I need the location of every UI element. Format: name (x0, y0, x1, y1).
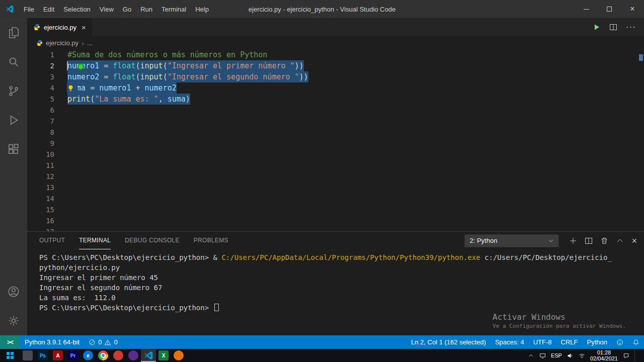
eol-status[interactable]: CRLF (556, 335, 583, 349)
code-line-5[interactable]: 5print("La suma es: ", suma) (27, 94, 644, 105)
panel-tabs: OUTPUTTERMINALDEBUG CONSOLEPROBLEMS (39, 232, 243, 249)
taskbar-app-photoshop[interactable]: Ps (35, 349, 50, 362)
line-number: 6 (27, 105, 60, 116)
breadcrumb-file[interactable]: ejercicio.py (46, 39, 78, 47)
maximize-panel-icon[interactable] (616, 237, 624, 245)
menu-selection[interactable]: Selection (59, 0, 95, 18)
code-line-4[interactable]: 4suma = numero1 + numero2 (27, 82, 644, 94)
code-line-content (60, 171, 67, 182)
breadcrumb-more[interactable]: ... (87, 39, 93, 47)
panel-tab-debug-console[interactable]: DEBUG CONSOLE (125, 232, 180, 249)
more-actions-icon[interactable]: ··· (626, 25, 636, 30)
taskbar-app-app-purple[interactable] (126, 349, 141, 362)
breadcrumb[interactable]: ejercicio.py › ... (27, 36, 644, 49)
taskbar-app-chrome[interactable] (96, 349, 111, 362)
settings-gear-icon[interactable] (0, 306, 27, 335)
maximize-button[interactable] (598, 0, 621, 18)
menu-help[interactable]: Help (191, 0, 213, 18)
code-line-17[interactable]: 17 (27, 226, 644, 231)
lightbulb-icon[interactable] (67, 83, 77, 93)
extensions-icon[interactable] (0, 135, 27, 164)
taskbar-app-browser-red[interactable] (111, 349, 126, 362)
tray-display-icon[interactable] (539, 352, 546, 359)
remote-indicator[interactable]: >< (0, 335, 20, 349)
app-purple-icon (128, 350, 138, 360)
line-number: 17 (27, 226, 60, 231)
minimize-button[interactable] (575, 0, 598, 18)
close-button[interactable]: × (621, 0, 644, 18)
taskbar-app-vscode[interactable] (141, 349, 156, 362)
taskbar-app-browser-orange[interactable] (171, 349, 186, 362)
watermark-subtitle: Ve a Configuración para activar Windows. (493, 323, 626, 329)
kill-terminal-trash-icon[interactable] (600, 237, 608, 245)
windows-logo-icon (7, 352, 14, 359)
code-line-12[interactable]: 12 (27, 171, 644, 182)
menu-bar: FileEditSelectionViewGoRunTerminalHelp (19, 0, 213, 18)
line-number: 15 (27, 204, 60, 215)
chevron-down-icon (548, 238, 554, 244)
action-center-icon[interactable] (623, 352, 629, 359)
code-line-8[interactable]: 8 (27, 127, 644, 138)
menu-run[interactable]: Run (136, 0, 157, 18)
notifications-bell-button[interactable] (628, 335, 644, 349)
terminal-selector-dropdown[interactable]: 2: Python (464, 234, 559, 247)
taskbar-app-premiere[interactable]: Pr (65, 349, 80, 362)
source-control-icon[interactable] (0, 76, 27, 106)
taskbar-app-app-gray[interactable] (20, 349, 35, 362)
indentation-status[interactable]: Spaces: 4 (491, 335, 529, 349)
text-cursor (67, 61, 68, 70)
new-terminal-icon[interactable] (569, 237, 577, 245)
code-line-3[interactable]: 3numero2 = float(input("Ingresar el segu… (27, 71, 644, 82)
code-line-2[interactable]: 2numero1 = float(input("Ingresar el prim… (27, 60, 644, 71)
code-line-11[interactable]: 11 (27, 160, 644, 171)
tray-volume-icon[interactable] (567, 352, 574, 359)
terminal[interactable]: PS C:\Users\PC\Desktop\ejercicio_python>… (27, 249, 644, 335)
encoding-status[interactable]: UTF-8 (529, 335, 556, 349)
taskbar-app-excel[interactable]: X (156, 349, 171, 362)
start-button[interactable] (0, 349, 20, 362)
tray-network-icon[interactable] (579, 352, 585, 359)
problems-status[interactable]: 0 0 (84, 335, 122, 349)
edge-icon: e (83, 350, 93, 360)
tab-ejercicio-py[interactable]: ejercicio.py × (27, 18, 92, 36)
panel-tab-problems[interactable]: PROBLEMS (194, 232, 228, 249)
warning-count: 0 (114, 338, 117, 346)
line-number: 8 (27, 127, 60, 138)
tab-label: ejercicio.py (44, 24, 76, 31)
menu-terminal[interactable]: Terminal (157, 0, 191, 18)
code-editor[interactable]: 1#Suma de dos números o más números en P… (27, 49, 644, 231)
run-debug-icon[interactable] (0, 106, 27, 135)
code-line-1[interactable]: 1#Suma de dos números o más números en P… (27, 49, 644, 60)
code-line-16[interactable]: 16 (27, 215, 644, 226)
search-icon[interactable] (0, 47, 27, 76)
code-line-13[interactable]: 13 (27, 182, 644, 193)
code-line-9[interactable]: 9 (27, 138, 644, 149)
panel-tab-terminal[interactable]: TERMINAL (79, 232, 111, 249)
taskbar-app-app-red[interactable]: A (50, 349, 65, 362)
code-line-7[interactable]: 7 (27, 116, 644, 127)
cursor-position-status[interactable]: Ln 2, Col 1 (162 selected) (407, 335, 491, 349)
tray-clock[interactable]: 01:28 02/04/2021 (590, 349, 618, 361)
tab-close-icon[interactable]: × (82, 23, 86, 32)
code-line-15[interactable]: 15 (27, 204, 644, 215)
code-line-10[interactable]: 10 (27, 149, 644, 160)
close-panel-icon[interactable]: × (631, 237, 637, 245)
split-editor-icon[interactable] (609, 23, 617, 31)
code-line-6[interactable]: 6 (27, 105, 644, 116)
menu-go[interactable]: Go (118, 0, 136, 18)
feedback-button[interactable] (612, 335, 628, 349)
menu-view[interactable]: View (95, 0, 118, 18)
taskbar-app-edge[interactable]: e (80, 349, 96, 362)
python-interpreter-status[interactable]: Python 3.9.1 64-bit (20, 335, 84, 349)
account-icon[interactable] (0, 277, 27, 306)
tray-chevron-up-icon[interactable] (528, 352, 534, 359)
panel-tab-output[interactable]: OUTPUT (39, 232, 65, 249)
tray-language-indicator[interactable]: ESP (551, 352, 562, 358)
explorer-icon[interactable] (0, 18, 27, 47)
code-line-14[interactable]: 14 (27, 193, 644, 204)
menu-file[interactable]: File (19, 0, 39, 18)
run-file-button[interactable] (593, 23, 601, 31)
split-terminal-icon[interactable] (585, 237, 593, 245)
menu-edit[interactable]: Edit (39, 0, 59, 18)
language-mode-status[interactable]: Python (583, 335, 612, 349)
